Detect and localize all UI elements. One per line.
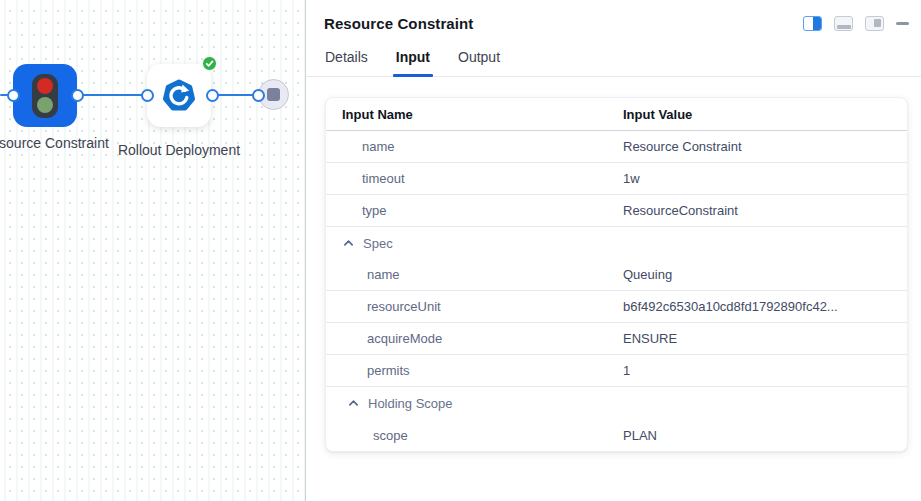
row-label: scope [373, 428, 408, 443]
node-label: Resource Constraint [0, 132, 110, 154]
table-header: Input Name Input Value [326, 98, 907, 131]
success-check-icon [202, 56, 217, 71]
column-input-name: Input Name [342, 107, 413, 122]
tab-details[interactable]: Details [324, 49, 369, 76]
rollout-sync-icon [162, 79, 196, 113]
row-value: Queuing [623, 267, 672, 282]
connection-port[interactable] [206, 89, 219, 102]
table-group-row[interactable]: Holding Scope [326, 387, 907, 419]
dock-float-icon[interactable] [865, 16, 884, 31]
connection-port[interactable] [71, 89, 84, 102]
row-value: b6f492c6530a10cd8fd1792890fc42... [623, 299, 838, 314]
table-row: timeout 1w [326, 163, 907, 195]
row-label: acquireMode [367, 331, 442, 346]
chevron-up-icon[interactable] [348, 398, 359, 409]
node-label: Rollout Deployment [114, 139, 244, 161]
row-value: 1 [623, 363, 630, 378]
row-label: permits [367, 363, 410, 378]
row-value: ResourceConstraint [623, 203, 738, 218]
tab-output[interactable]: Output [457, 49, 501, 76]
window-controls [803, 16, 909, 31]
table-row: type ResourceConstraint [326, 195, 907, 227]
connection-port[interactable] [252, 89, 265, 102]
panel-title: Resource Constraint [324, 15, 473, 32]
green-light-icon [37, 97, 53, 113]
row-value: Resource Constraint [623, 139, 742, 154]
table-row: name Resource Constraint [326, 131, 907, 163]
row-label: resourceUnit [367, 299, 441, 314]
edge-line [77, 94, 148, 96]
row-label: name [367, 267, 400, 282]
table-row: scope PLAN [326, 419, 907, 451]
chevron-up-icon[interactable] [343, 238, 354, 249]
row-label: name [362, 139, 395, 154]
table-row: resourceUnit b6f492c6530a10cd8fd1792890f… [326, 291, 907, 323]
connection-port[interactable] [141, 89, 154, 102]
dock-bottom-icon[interactable] [834, 16, 853, 31]
group-label: Spec [363, 236, 393, 251]
panel-header: Resource Constraint [306, 0, 921, 32]
node-rollout-deployment[interactable] [147, 64, 211, 127]
tab-input[interactable]: Input [395, 49, 431, 76]
row-value: PLAN [623, 428, 657, 443]
input-table: Input Name Input Value name Resource Con… [325, 97, 908, 452]
table-row: permits 1 [326, 355, 907, 387]
table-group-row[interactable]: Spec [326, 227, 907, 259]
workflow-canvas[interactable]: Resource Constraint Rollout Deployment [0, 0, 305, 501]
column-input-value: Input Value [623, 107, 692, 122]
node-resource-constraint[interactable] [13, 64, 77, 127]
table-row: acquireMode ENSURE [326, 323, 907, 355]
minimize-icon[interactable] [896, 22, 909, 25]
group-label: Holding Scope [368, 396, 453, 411]
red-light-icon [37, 78, 53, 94]
row-value: ENSURE [623, 331, 677, 346]
table-row: name Queuing [326, 259, 907, 291]
details-panel: Resource Constraint Details Input Output… [306, 0, 921, 501]
row-value: 1w [623, 171, 640, 186]
dock-right-icon[interactable] [803, 16, 822, 31]
row-label: timeout [362, 171, 405, 186]
stop-square-icon [267, 88, 280, 101]
row-label: type [362, 203, 387, 218]
traffic-light-icon [32, 74, 58, 118]
connection-port[interactable] [7, 89, 20, 102]
tab-bar: Details Input Output [306, 49, 921, 77]
